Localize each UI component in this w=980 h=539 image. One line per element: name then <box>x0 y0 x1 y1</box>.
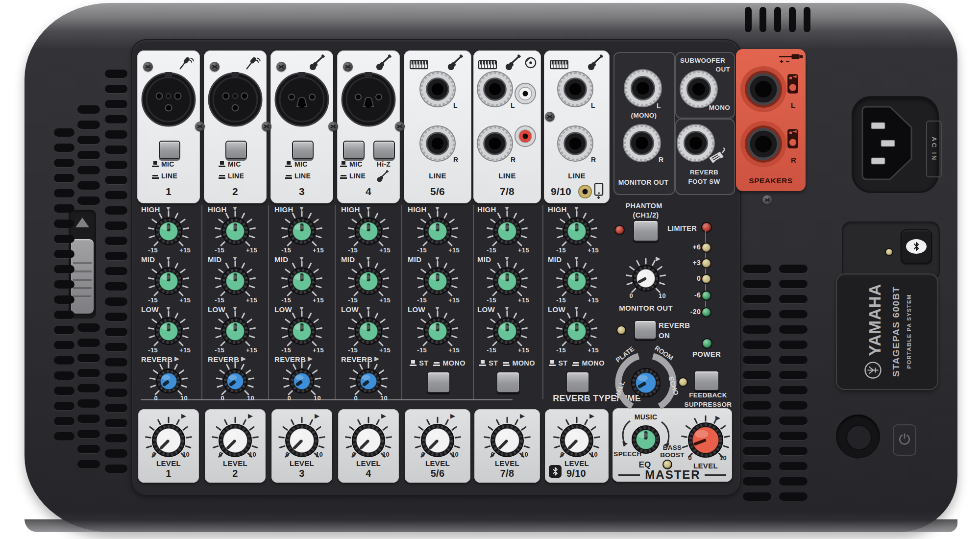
xlr-input-3 <box>273 71 330 128</box>
xlr-input-4 <box>340 71 397 128</box>
vent-slot <box>54 387 74 395</box>
vent-slot <box>743 447 771 455</box>
strip-separator <box>542 205 543 399</box>
mic-line-switch-2[interactable] <box>225 141 247 159</box>
monitor-out-knob[interactable] <box>624 257 667 300</box>
vent-slot <box>105 373 127 382</box>
reverb-marker: ▶ <box>374 355 379 362</box>
footsw-title1: REVERB <box>675 169 733 176</box>
keyboard-icon <box>478 58 497 71</box>
eq-max-label: +15 <box>448 347 469 354</box>
footsw-title2: FOOT SW <box>675 178 733 186</box>
st-mono-switch-7/8[interactable] <box>496 371 520 393</box>
power-button-ring <box>836 415 880 459</box>
line-label-row: LINE <box>152 172 177 180</box>
line-in-l-5/6 <box>418 70 457 109</box>
bluetooth-icon <box>906 239 927 254</box>
reverb-max-label: 10 <box>180 395 198 402</box>
channel-strip-7/8: LR LINE7/8HIGH▼-15+15MID▼-15+15LOW▼-15+1… <box>473 50 541 483</box>
vent-slot <box>779 356 808 364</box>
level-min-label: 0 <box>407 451 425 459</box>
speaker-wiring-icon <box>778 54 804 64</box>
connector-panel-4: MICHi-ZLINE 4 <box>337 50 400 203</box>
bluetooth-pair-button[interactable] <box>901 229 932 264</box>
level-channel-number: 5/6 <box>404 468 471 479</box>
eq-min-label: -15 <box>406 347 427 354</box>
eq-max-label: +15 <box>246 347 267 354</box>
master-level-knob[interactable] <box>680 415 731 466</box>
st-mono-switch-5/6[interactable] <box>427 371 450 393</box>
eq-min-label: -15 <box>137 347 158 354</box>
speaker-cab-r-icon <box>787 128 799 149</box>
eq-max-label: +15 <box>179 347 200 354</box>
stagepas-mixer-photo: PHANTOM (CH1/2) LIMITER MONITOR OUT 0 10… <box>0 0 980 539</box>
phantom-switch[interactable] <box>633 220 659 242</box>
reverb-min-label: 0 <box>340 395 358 402</box>
meter-label--6: -6 <box>675 291 701 299</box>
vent-slot <box>54 174 74 182</box>
master-eq-led <box>662 460 672 469</box>
vent-slot-top <box>745 7 752 32</box>
connector-panel-7/8: LR LINE7/8 <box>473 50 541 203</box>
power-led <box>702 338 712 349</box>
vent-slot <box>743 265 771 273</box>
feedback-suppressor-switch[interactable] <box>694 370 719 391</box>
vent-slot <box>105 85 127 93</box>
vent-slot <box>743 295 771 303</box>
vent-slot <box>779 432 808 440</box>
eq-max-label: +15 <box>448 297 469 304</box>
vent-slot <box>779 265 808 273</box>
meter-label-0: 0 <box>675 274 701 282</box>
vent-slot <box>105 130 127 139</box>
vent-slot <box>54 432 74 441</box>
channel-number: 9/10 <box>546 186 576 197</box>
vent-slot <box>54 311 74 319</box>
power-button[interactable] <box>846 425 872 450</box>
latch-slider[interactable] <box>71 239 94 314</box>
vent-slot <box>743 356 771 364</box>
hi-z-switch-4[interactable] <box>373 141 395 159</box>
level-max-label: 10 <box>249 451 267 459</box>
channel-number: 5/6 <box>404 186 471 197</box>
reverb-type-knob[interactable] <box>628 365 663 400</box>
reverb-on-switch[interactable] <box>634 320 657 340</box>
st-mono-switch-9/10[interactable] <box>566 371 589 393</box>
switch-down-icon <box>219 173 225 179</box>
mic-line-switch-3[interactable] <box>292 141 314 159</box>
vent-slot <box>743 477 771 486</box>
vent-slot <box>77 399 100 408</box>
subwoofer-out-jack <box>678 69 719 110</box>
channel-strip-2: MICLINE2HIGH▼-15+15MID▼-15+15LOW▼-15+15R… <box>204 50 267 483</box>
level-channel-number: 9/10 <box>557 468 596 479</box>
eq-max-label: +15 <box>313 247 333 254</box>
switch-up-icon <box>219 161 225 167</box>
reverb-min-label: 0 <box>140 395 158 402</box>
ac-in-label-box: AC IN <box>926 121 942 177</box>
level-label: LEVEL <box>137 459 200 467</box>
eq-max-label: +15 <box>518 247 539 254</box>
channel-number: 4 <box>337 186 400 197</box>
mic-line-switch-1[interactable] <box>159 141 180 159</box>
vent-slot <box>779 462 808 470</box>
eq-max-label: +15 <box>246 297 267 304</box>
eq-min-label: -15 <box>406 297 427 304</box>
vent-slot <box>743 386 771 394</box>
strip-separator <box>201 205 202 399</box>
vent-slot <box>77 323 100 332</box>
bluetooth-badge-icon <box>549 465 562 478</box>
level-max-label: 10 <box>521 451 539 459</box>
level-min-label: 0 <box>271 451 289 459</box>
foot-pedal-icon <box>708 147 726 164</box>
vent-slot <box>105 237 127 245</box>
reverb-marker: ▶ <box>241 355 246 362</box>
channel-strip-4: MICHi-ZLINE 4HIGH▼-15+15MID▼-15+15LOW▼-1… <box>337 50 400 483</box>
rca-in-white <box>514 82 537 105</box>
master-title: MASTER <box>641 468 705 482</box>
level-min-label: 0 <box>477 451 494 459</box>
line-label: LINE <box>473 172 541 180</box>
meter-led-+6 <box>701 243 711 253</box>
master-eq-knob[interactable] <box>629 423 662 456</box>
meter-led--6 <box>701 291 711 301</box>
xlr-input-1 <box>140 71 197 128</box>
mic-line-switch-4[interactable] <box>343 141 365 159</box>
